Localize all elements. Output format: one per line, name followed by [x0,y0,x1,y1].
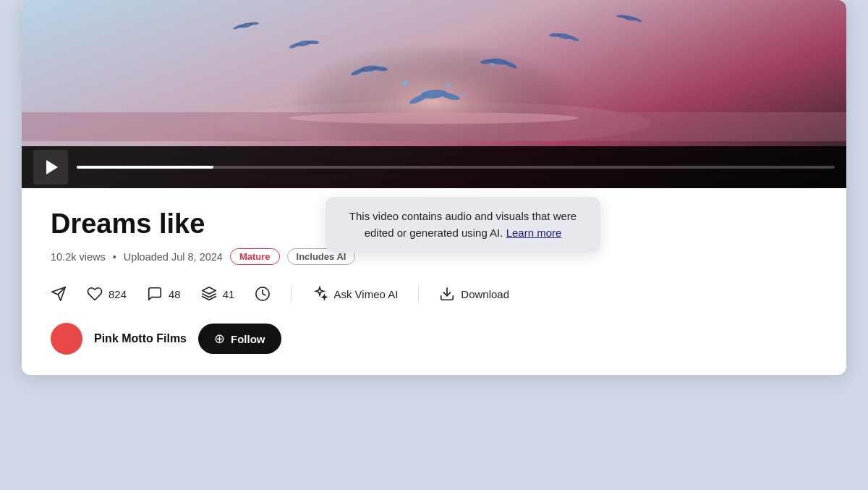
follow-button[interactable]: ⊕ Follow [198,324,281,354]
download-icon [439,286,455,302]
svg-point-28 [490,64,493,67]
collections-icon [201,286,217,302]
comments-button[interactable]: 48 [147,286,181,302]
collections-button[interactable]: 41 [201,286,235,302]
video-thumbnail [22,0,846,141]
action-separator [291,285,292,303]
upload-date: Uploaded Jul 8, 2024 [124,251,223,263]
progress-fill [77,166,213,169]
play-icon [46,160,58,174]
progress-bar[interactable] [77,166,835,169]
channel-row: Pink Motto Films ⊕ Follow [51,323,817,355]
video-title: Dreams like [51,208,354,240]
likes-button[interactable]: 824 [87,286,127,302]
channel-avatar[interactable] [51,323,82,355]
video-controls-bar [22,146,846,188]
share-icon [51,286,67,302]
svg-point-25 [447,84,451,88]
likes-count: 824 [109,288,127,300]
comments-count: 48 [169,288,181,300]
svg-point-27 [367,71,370,74]
clock-icon [255,286,271,302]
svg-point-30 [289,112,579,124]
tooltip-learn-more-link[interactable]: Learn more [506,227,562,239]
ai-sparkle-icon [312,286,328,302]
svg-point-23 [403,81,407,85]
ai-tooltip: This video contains audio and visuals th… [326,197,600,253]
svg-point-24 [422,89,425,92]
svg-point-26 [461,93,464,96]
svg-point-21 [616,14,626,17]
download-button[interactable]: Download [439,286,509,302]
views-count: 10.2k views [51,251,106,263]
action-separator-2 [418,285,419,303]
svg-point-13 [249,22,259,25]
channel-name: Pink Motto Films [94,332,187,345]
mature-badge[interactable]: Mature [230,248,280,265]
meta-separator: • [113,251,116,263]
watch-later-button[interactable] [255,286,271,302]
content-section: This video contains audio and visuals th… [22,188,846,375]
heart-icon [87,286,103,302]
follow-plus-icon: ⊕ [214,331,225,347]
follow-label: Follow [231,333,265,345]
page-wrapper: This video contains audio and visuals th… [22,0,846,375]
video-section [22,0,846,188]
comment-icon [147,286,163,302]
collections-count: 41 [223,288,235,300]
play-button[interactable] [33,150,68,185]
share-button[interactable] [51,286,67,302]
actions-row: 824 48 41 [51,285,817,303]
download-label: Download [461,288,509,300]
ask-ai-label: Ask Vimeo AI [333,288,398,300]
ask-ai-button[interactable]: Ask Vimeo AI [312,286,398,302]
